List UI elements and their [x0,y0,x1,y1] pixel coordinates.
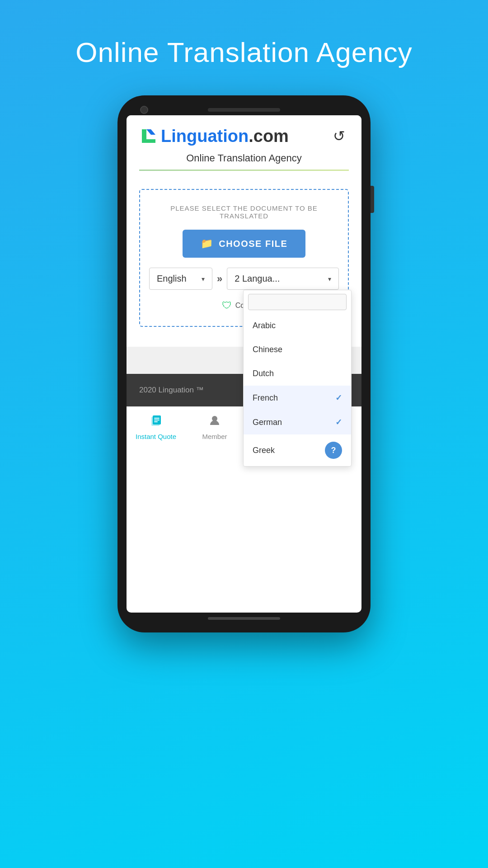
list-item[interactable]: French ✓ [244,386,351,410]
target-language-selector[interactable]: 2 Langua... ▾ [227,268,339,290]
language-option-chinese: Chinese [253,345,282,354]
language-option-greek: Greek [253,446,275,455]
phone-frame: Linguation.com ↺ Online Translation Agen… [117,95,371,632]
dropdown-search-input[interactable] [248,294,347,310]
french-check-icon: ✓ [335,393,342,403]
choose-file-button[interactable]: 📁 CHOOSE FILE [183,230,306,258]
phone-top-bar [127,108,361,112]
upload-area: PLEASE SELECT THE DOCUMENT TO BE TRANSLA… [139,189,349,327]
german-check-icon: ✓ [335,417,342,427]
upload-instruction: PLEASE SELECT THE DOCUMENT TO BE TRANSLA… [149,204,339,220]
list-item[interactable]: Dutch [244,362,351,386]
svg-rect-4 [154,418,160,419]
language-arrow: » [217,273,222,285]
folder-icon: 📁 [201,238,214,250]
phone-screen: Linguation.com ↺ Online Translation Agen… [127,115,361,613]
logo-linguation: Linguation [161,127,249,146]
phone-home-bar [208,617,280,620]
list-item[interactable]: Greek ? [244,434,351,466]
svg-rect-6 [154,421,158,422]
app-subtitle: Online Translation Agency [186,152,302,164]
nav-instant-quote[interactable]: Instant Quote [127,407,185,446]
member-icon [208,414,221,430]
source-dropdown-arrow: ▾ [202,275,205,283]
list-item[interactable]: Arabic [244,314,351,338]
nav-member[interactable]: Member [185,407,244,446]
refresh-icon: ↺ [333,127,345,145]
phone-speaker [208,108,280,112]
page-title: Online Translation Agency [75,36,412,68]
app-header: Linguation.com ↺ Online Translation Agen… [127,115,361,178]
refresh-button[interactable]: ↺ [329,126,349,146]
phone-bottom-bar [127,617,361,620]
logo-icon [139,127,158,146]
phone-camera [140,106,148,114]
target-language-container: 2 Langua... ▾ Arabic [227,268,339,290]
member-label: Member [202,433,227,440]
list-item[interactable]: German ✓ [244,410,351,434]
list-item[interactable]: Chinese [244,338,351,362]
language-dropdown-menu: Arabic Chinese Dutch [243,290,352,467]
source-language-selector[interactable]: English ▾ [149,268,212,290]
language-option-german: German [253,418,282,427]
language-row: English ▾ » 2 Langua... ▾ [149,268,339,290]
shield-icon: 🛡 [222,300,232,311]
instant-quote-label: Instant Quote [136,433,176,440]
target-language-label: 2 Langua... [235,274,280,284]
main-content: PLEASE SELECT THE DOCUMENT TO BE TRANSLA… [127,178,361,347]
help-circle-icon[interactable]: ? [325,442,342,459]
source-language-label: English [157,274,187,284]
logo-container: Linguation.com [139,127,289,146]
instant-quote-icon [150,414,162,430]
footer-copyright: 2020 Linguation ™ [139,386,204,395]
svg-rect-5 [154,420,160,420]
phone-side-button [371,186,374,213]
language-option-arabic: Arabic [253,321,276,330]
target-dropdown-arrow: ▾ [328,275,331,283]
logo-text: Linguation.com [161,127,289,146]
logo-com: .com [249,127,289,146]
choose-file-label: CHOOSE FILE [219,239,287,249]
language-option-french: French [253,393,278,403]
language-option-dutch: Dutch [253,369,274,378]
dropdown-search-container [244,290,351,314]
svg-marker-1 [146,129,155,135]
header-divider [139,170,349,171]
